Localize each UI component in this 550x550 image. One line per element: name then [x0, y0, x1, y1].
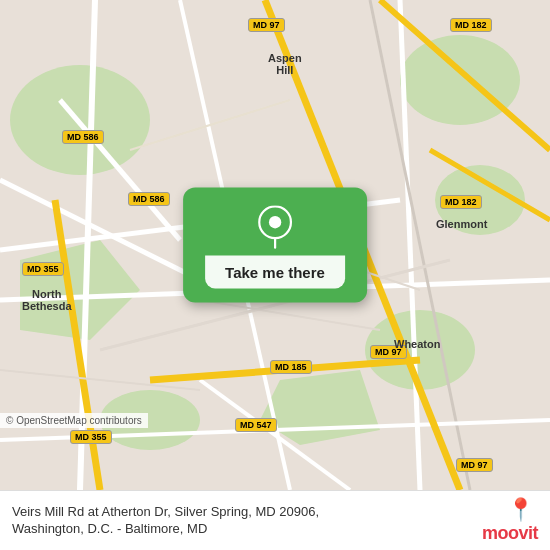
moovit-brand-name: moovit — [482, 523, 538, 544]
road-label-md182-top: MD 182 — [450, 18, 492, 32]
road-label-md586-2: MD 586 — [128, 192, 170, 206]
svg-point-29 — [269, 216, 281, 228]
road-label-md182-mid: MD 182 — [440, 195, 482, 209]
moovit-pin-icon: 📍 — [507, 497, 534, 523]
bottom-bar: Veirs Mill Rd at Atherton Dr, Silver Spr… — [0, 490, 550, 550]
road-label-md355-bot: MD 355 — [70, 430, 112, 444]
road-label-md547: MD 547 — [235, 418, 277, 432]
location-pin-container: Take me there — [183, 188, 367, 303]
road-label-md97-mid: MD 97 — [370, 345, 407, 359]
take-me-there-overlay: Take me there — [183, 188, 367, 303]
take-me-there-button[interactable]: Take me there — [205, 256, 345, 289]
map-container: MD 97 MD 182 MD 586 MD 586 MD 182 MD 355… — [0, 0, 550, 490]
moovit-logo: 📍 moovit — [478, 497, 538, 544]
road-label-md586-1: MD 586 — [62, 130, 104, 144]
address-line1: Veirs Mill Rd at Atherton Dr, Silver Spr… — [12, 504, 319, 519]
address-line2: Washington, D.C. - Baltimore, MD — [12, 521, 207, 536]
road-label-md97-bot: MD 97 — [456, 458, 493, 472]
road-label-md185: MD 185 — [270, 360, 312, 374]
location-pin-icon — [253, 206, 297, 250]
address-text: Veirs Mill Rd at Atherton Dr, Silver Spr… — [12, 504, 470, 538]
road-label-md97-top: MD 97 — [248, 18, 285, 32]
copyright-text: © OpenStreetMap contributors — [0, 413, 148, 428]
road-label-md355-left: MD 355 — [22, 262, 64, 276]
